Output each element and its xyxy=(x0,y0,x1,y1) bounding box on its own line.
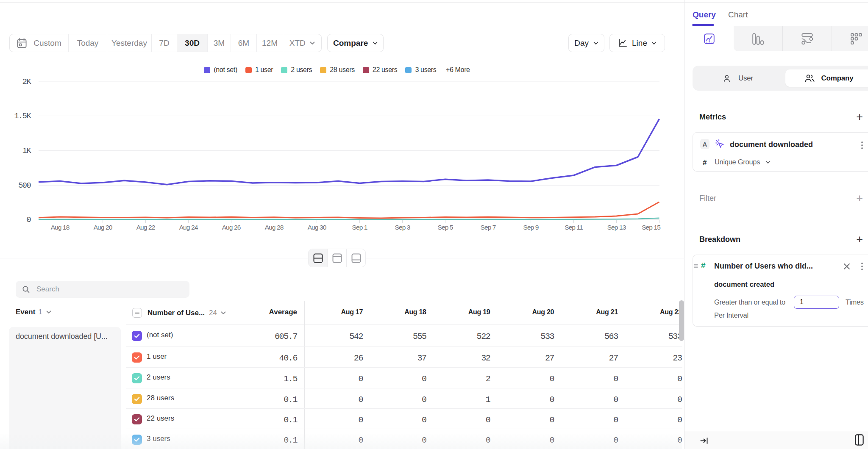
svg-text:Sep 5: Sep 5 xyxy=(437,224,453,231)
svg-text:Sep 11: Sep 11 xyxy=(565,224,583,231)
svg-text:Aug 18: Aug 18 xyxy=(51,224,70,231)
svg-text:Sep 1: Sep 1 xyxy=(352,224,367,231)
svg-text:Sep 7: Sep 7 xyxy=(480,224,495,231)
svg-text:1.5K: 1.5K xyxy=(14,111,31,121)
svg-text:Aug 26: Aug 26 xyxy=(222,224,241,231)
svg-text:Sep 13: Sep 13 xyxy=(607,224,626,231)
svg-text:Sep 3: Sep 3 xyxy=(395,224,410,231)
svg-text:Aug 24: Aug 24 xyxy=(179,224,198,231)
svg-text:Aug 28: Aug 28 xyxy=(265,224,284,231)
svg-text:1K: 1K xyxy=(22,146,32,155)
svg-text:Sep 15: Sep 15 xyxy=(642,224,660,231)
svg-text:2K: 2K xyxy=(22,77,32,86)
svg-text:Aug 20: Aug 20 xyxy=(94,224,113,231)
svg-text:500: 500 xyxy=(18,181,31,190)
svg-text:0: 0 xyxy=(26,215,31,224)
svg-text:Aug 30: Aug 30 xyxy=(308,224,327,231)
svg-text:Sep 9: Sep 9 xyxy=(523,224,538,231)
svg-text:Aug 22: Aug 22 xyxy=(136,224,155,231)
